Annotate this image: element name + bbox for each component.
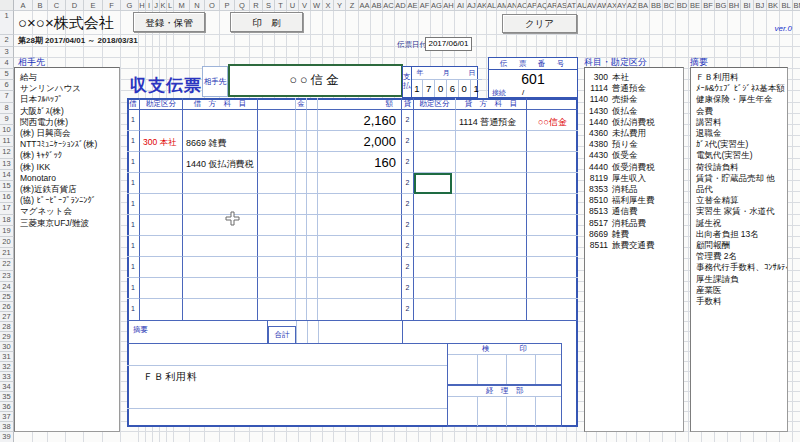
- credit-class-row6[interactable]: [414, 215, 456, 236]
- column-header-AV[interactable]: AV: [587, 0, 597, 11]
- debit-class-row3[interactable]: [140, 152, 183, 173]
- blank-row1[interactable]: [258, 110, 296, 131]
- credit-class-row2[interactable]: [414, 131, 456, 152]
- column-header-AS[interactable]: AS: [557, 0, 567, 11]
- column-header-BF[interactable]: BF: [702, 0, 715, 11]
- debit-flag-row7[interactable]: 1: [127, 236, 140, 257]
- account-item[interactable]: 8669雑費: [585, 229, 683, 240]
- row-header-36[interactable]: 36: [0, 402, 14, 412]
- column-header-AK[interactable]: AK: [477, 0, 487, 11]
- account-item[interactable]: 8510福利厚生費: [585, 195, 683, 206]
- credit-flag-row3[interactable]: 2: [402, 152, 414, 173]
- credit-note-row7[interactable]: [527, 236, 578, 257]
- credit-flag-row10[interactable]: 2: [402, 299, 414, 320]
- row-header-1[interactable]: 1: [0, 11, 14, 35]
- column-header-D[interactable]: D: [66, 0, 84, 11]
- column-header-BL[interactable]: BL: [780, 0, 793, 11]
- debit-account-row3[interactable]: 1440 仮払消費税: [183, 152, 258, 173]
- credit-account-row8[interactable]: [456, 257, 527, 278]
- row-header-33[interactable]: 33: [0, 372, 14, 382]
- row-header-17[interactable]: 17: [0, 203, 14, 214]
- credit-note-row5[interactable]: [527, 194, 578, 215]
- remark-item[interactable]: 会費: [691, 106, 787, 117]
- amount-kin-row2[interactable]: [296, 131, 307, 152]
- amount-kin-row3[interactable]: [296, 152, 307, 173]
- remark-item[interactable]: 荷役請負料: [691, 162, 787, 173]
- credit-flag-row7[interactable]: 2: [402, 236, 414, 257]
- blank-row7[interactable]: [258, 236, 296, 257]
- credit-class-row9[interactable]: [414, 278, 456, 299]
- column-header-AH[interactable]: AH: [443, 0, 455, 11]
- column-header-U[interactable]: U: [287, 0, 299, 11]
- remark-item[interactable]: 健康保険・厚生年金: [691, 94, 787, 105]
- account-item[interactable]: 8517消耗品費: [585, 218, 683, 229]
- remark-item[interactable]: 電気代(実習生): [691, 150, 787, 161]
- row-header-15[interactable]: 15: [0, 181, 14, 192]
- partner-item[interactable]: NTTｺﾐｭﾆｹｰｼｮﾝｽﾞ(株): [15, 139, 119, 150]
- blank-row3[interactable]: [258, 152, 296, 173]
- column-header-X[interactable]: X: [323, 0, 334, 11]
- credit-class-row8[interactable]: [414, 257, 456, 278]
- column-header-K[interactable]: K: [160, 0, 167, 11]
- debit-flag-row1[interactable]: 1: [127, 110, 140, 131]
- column-header-O[interactable]: O: [205, 0, 220, 11]
- debit-account-row9[interactable]: [183, 278, 258, 299]
- remark-item[interactable]: 退職金: [691, 128, 787, 139]
- column-header-BE[interactable]: BE: [689, 0, 702, 11]
- row-header-31[interactable]: 31: [0, 352, 14, 362]
- column-header-I[interactable]: I: [146, 0, 153, 11]
- blank2-row4[interactable]: [307, 173, 318, 194]
- account-item[interactable]: 4360未払費用: [585, 128, 683, 139]
- column-header-P[interactable]: P: [220, 0, 235, 11]
- remark-item[interactable]: 顧問報酬: [691, 240, 787, 251]
- debit-class-row1[interactable]: [140, 110, 183, 131]
- sheet-corner[interactable]: [0, 0, 14, 11]
- credit-note-row10[interactable]: [527, 299, 578, 320]
- debit-account-row10[interactable]: [183, 299, 258, 320]
- remark-item[interactable]: 誕生祝: [691, 218, 787, 229]
- debit-class-row5[interactable]: [140, 194, 183, 215]
- column-header-AN[interactable]: AN: [507, 0, 517, 11]
- column-header-F[interactable]: F: [103, 0, 121, 11]
- credit-note-row6[interactable]: [527, 215, 578, 236]
- partner-item[interactable]: 大阪ｶﾞｽ(株): [15, 106, 119, 117]
- credit-flag-row6[interactable]: 2: [402, 215, 414, 236]
- row-header-27[interactable]: 27: [0, 312, 14, 322]
- row-header-23[interactable]: 23: [0, 271, 14, 282]
- row-header-8[interactable]: 8: [0, 103, 14, 114]
- payment-digit-2[interactable]: 7: [423, 80, 435, 97]
- row-header-22[interactable]: 22: [0, 259, 14, 270]
- account-item[interactable]: 8513通信費: [585, 206, 683, 217]
- column-header-C[interactable]: C: [48, 0, 66, 11]
- blank-row2[interactable]: [258, 131, 296, 152]
- credit-account-row5[interactable]: [456, 194, 527, 215]
- column-header-AI[interactable]: AI: [455, 0, 467, 11]
- debit-flag-row4[interactable]: 1: [127, 173, 140, 194]
- credit-class-row3[interactable]: [414, 152, 456, 173]
- column-header-AM[interactable]: AM: [497, 0, 507, 11]
- credit-account-row9[interactable]: [456, 278, 527, 299]
- column-header-M[interactable]: M: [174, 0, 190, 11]
- amount-kin-row9[interactable]: [296, 278, 307, 299]
- row-header-2[interactable]: 2: [0, 35, 14, 47]
- remark-item[interactable]: 産業医: [691, 285, 787, 296]
- payment-digit-6[interactable]: 1: [471, 80, 482, 97]
- debit-class-row7[interactable]: [140, 236, 183, 257]
- row-header-14[interactable]: 14: [0, 170, 14, 181]
- credit-account-row10[interactable]: [456, 299, 527, 320]
- debit-account-row8[interactable]: [183, 257, 258, 278]
- column-header-BC[interactable]: BC: [663, 0, 676, 11]
- payment-digit-4[interactable]: 6: [447, 80, 459, 97]
- credit-note-row2[interactable]: [527, 131, 578, 152]
- row-header-29[interactable]: 29: [0, 332, 14, 342]
- row-header-21[interactable]: 21: [0, 248, 14, 259]
- amount-row8[interactable]: [318, 257, 402, 278]
- register-save-button[interactable]: 登録・保管: [133, 12, 205, 32]
- row-header-5[interactable]: 5: [0, 69, 14, 80]
- column-header-J[interactable]: J: [153, 0, 160, 11]
- debit-account-row2[interactable]: 8669 雑費: [183, 131, 258, 152]
- column-header-Q[interactable]: Q: [235, 0, 250, 11]
- account-item[interactable]: 1430仮払金: [585, 106, 683, 117]
- account-item[interactable]: 8353消耗品: [585, 184, 683, 195]
- column-header-AU[interactable]: AU: [577, 0, 587, 11]
